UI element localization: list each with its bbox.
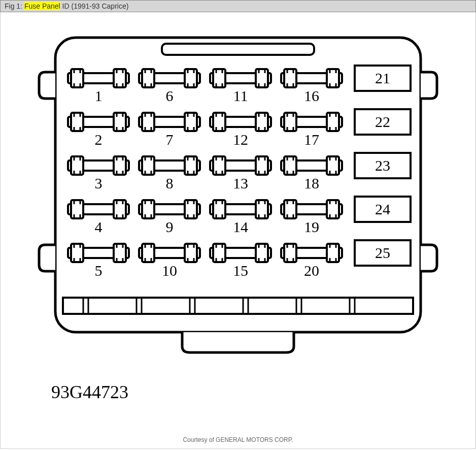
relay-label-24: 24: [362, 201, 403, 218]
fuse-label-18: 18: [299, 175, 324, 192]
fuse-label-9: 9: [157, 218, 182, 236]
relay-label-22: 22: [362, 113, 403, 131]
fuse-label-16: 16: [299, 87, 324, 105]
fuse-label-17: 17: [299, 131, 324, 148]
relay-label-21: 21: [362, 70, 403, 87]
figure-header: Fig 1: Fuse Panel ID (1991-93 Caprice): [0, 0, 476, 12]
fuse-label-2: 2: [86, 131, 111, 148]
fuse-label-12: 12: [228, 131, 253, 148]
fuse-label-19: 19: [299, 218, 324, 236]
reference-code: 93G44723: [51, 381, 128, 403]
relay-label-25: 25: [362, 244, 403, 262]
figure-area: 1 2 3 4 5 6 7 8 9 10 11 12 13 14 15 16 1…: [0, 12, 476, 449]
fuse-label-4: 4: [86, 218, 111, 236]
fuse-label-7: 7: [157, 131, 182, 148]
svg-rect-2: [63, 298, 413, 314]
fuse-label-11: 11: [228, 87, 253, 105]
fuse-panel-diagram: 1 2 3 4 5 6 7 8 9 10 11 12 13 14 15 16 1…: [25, 33, 451, 358]
fuse-label-13: 13: [228, 175, 253, 192]
fuse-label-14: 14: [228, 218, 253, 236]
fuse-label-10: 10: [157, 262, 182, 279]
fuse-label-3: 3: [86, 175, 111, 192]
relay-label-23: 23: [362, 157, 403, 174]
credit-line: Courtesy of GENERAL MOTORS CORP.: [1, 436, 475, 443]
fuse-label-15: 15: [228, 262, 253, 279]
fuse-label-6: 6: [157, 87, 182, 105]
fuse-label-8: 8: [157, 175, 182, 192]
fuse-label-1: 1: [86, 87, 111, 105]
header-prefix: Fig 1:: [5, 2, 24, 10]
fuse-label-5: 5: [86, 262, 111, 279]
header-suffix: ID (1991-93 Caprice): [60, 2, 129, 10]
svg-rect-1: [162, 44, 314, 55]
fuse-label-20: 20: [299, 262, 324, 279]
header-highlight: Fuse Panel: [24, 2, 60, 10]
